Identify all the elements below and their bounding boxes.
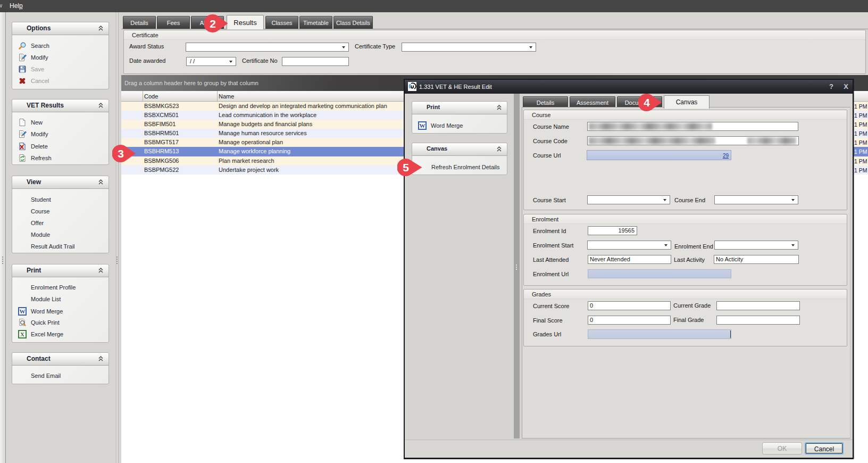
svg-text:2: 2	[210, 18, 216, 30]
svg-text:5: 5	[403, 161, 409, 173]
svg-text:4: 4	[644, 96, 650, 109]
svg-text:3: 3	[118, 147, 124, 160]
